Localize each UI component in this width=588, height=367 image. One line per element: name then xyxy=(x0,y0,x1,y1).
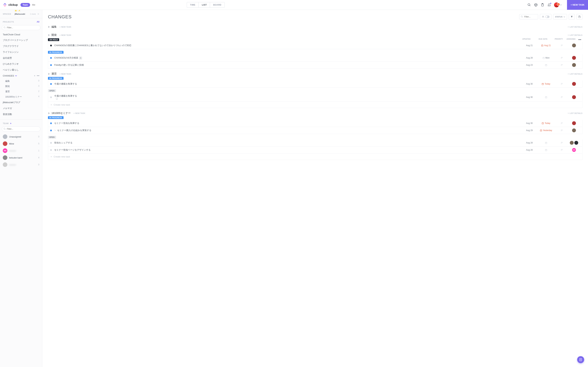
flag-icon[interactable] xyxy=(561,44,563,47)
assignee-cell[interactable] xyxy=(568,141,580,145)
assignee-avatar[interactable] xyxy=(572,43,576,47)
assignee-avatar[interactable] xyxy=(572,82,576,86)
star-badge[interactable]: ⭐ xyxy=(14,10,17,12)
list-group-header[interactable]: 181005セミナー+ NEW TASKLIST DETAILS xyxy=(48,110,582,116)
assignee-cell[interactable] xyxy=(568,82,580,86)
create-task-row[interactable]: +Create new task xyxy=(48,154,582,160)
due-cell[interactable] xyxy=(536,64,556,66)
project-item[interactable]: 会社経営 xyxy=(0,55,42,61)
list-details-button[interactable]: LIST DETAILS xyxy=(568,112,582,114)
assignee-cell[interactable] xyxy=(568,43,580,47)
assignee-avatar[interactable] xyxy=(572,63,576,67)
priority-cell[interactable] xyxy=(556,142,568,144)
assignee-cell[interactable] xyxy=(568,56,580,60)
status-square[interactable] xyxy=(50,96,52,98)
project-filter-input[interactable] xyxy=(2,25,40,30)
new-task-button[interactable]: + NEW TASK xyxy=(567,0,588,10)
priority-cell[interactable] xyxy=(556,44,568,47)
add-list-icon[interactable]: + xyxy=(34,74,35,77)
assignee-cell[interactable] xyxy=(568,128,580,132)
project-item[interactable]: jMatsuzakiブログ xyxy=(0,100,42,105)
task-row[interactable]: セミナー告知ページをデザインするAug 28HH xyxy=(48,146,582,154)
team-filter-input[interactable] xyxy=(2,126,40,131)
more-spaces[interactable]: 1 more xyxy=(30,13,36,15)
task-row[interactable]: Feedlyの使い方を記事に投稿Aug 23 xyxy=(48,61,582,69)
bell-icon[interactable] xyxy=(547,3,551,7)
new-task-inline[interactable]: + NEW TASK xyxy=(60,73,71,75)
status-filter-button[interactable]: STATUS xyxy=(553,14,567,20)
new-task-inline[interactable]: + NEW TASK xyxy=(60,26,71,28)
task-row[interactable]: ⤷セミナー購入の仕組みを実装するAug 29Yesterday xyxy=(48,127,582,134)
assignee-avatar[interactable] xyxy=(570,141,574,145)
assignee-cell[interactable] xyxy=(568,95,580,99)
team-pill[interactable]: Team xyxy=(20,3,30,7)
team-member[interactable]: keisuke kanri4 xyxy=(0,154,42,161)
flag-icon[interactable] xyxy=(561,142,563,144)
due-cell[interactable]: Yesterday xyxy=(536,129,556,132)
status-square[interactable] xyxy=(50,83,52,85)
all-projects-link[interactable]: All xyxy=(37,21,39,23)
priority-cell[interactable] xyxy=(556,129,568,132)
bolt-badge[interactable]: ⚡ xyxy=(18,10,21,12)
priority-cell[interactable] xyxy=(556,149,568,151)
assignee-avatar[interactable]: HH xyxy=(572,148,576,152)
task-row[interactable]: CHANGESの領収書にCHANGESと書かれてないので分かりづらいので対応Au… xyxy=(48,42,582,49)
due-cell[interactable]: Aug 21 xyxy=(536,44,556,47)
status-square[interactable] xyxy=(50,123,52,124)
priority-cell[interactable] xyxy=(556,122,568,125)
status-square[interactable] xyxy=(50,45,52,46)
add-team-button[interactable]: + xyxy=(10,122,11,125)
assignee-cell[interactable]: HH xyxy=(568,148,580,152)
priority-cell[interactable] xyxy=(556,83,568,85)
logo[interactable]: clickup xyxy=(3,3,18,7)
assignee-cell[interactable] xyxy=(568,121,580,125)
list-group-header[interactable]: 編集+ NEW TASKLIST DETAILS xyxy=(48,24,582,30)
due-cell[interactable]: Mon xyxy=(536,57,556,59)
project-item[interactable]: 音楽活動 xyxy=(0,111,42,117)
flag-icon[interactable] xyxy=(561,64,563,66)
flag-icon[interactable] xyxy=(561,129,563,132)
view-tab-list[interactable]: LIST xyxy=(199,2,210,8)
project-sublist[interactable]: 運営2 xyxy=(0,89,42,94)
project-item[interactable]: ベルリン暮らし xyxy=(0,67,42,73)
list-group-header[interactable]: 運営+ NEW TASKLIST DETAILS xyxy=(48,71,582,77)
user-menu[interactable]: J xyxy=(554,2,562,7)
quick-create-fab[interactable] xyxy=(577,356,584,363)
task-row[interactable]: 告知をシェアするAug 28 xyxy=(48,139,582,146)
due-cell[interactable] xyxy=(536,149,556,151)
collapse-icon[interactable] xyxy=(37,13,39,15)
task-row[interactable]: セミナー告知を執筆するAug 30Today xyxy=(48,120,582,127)
team-member[interactable]: HH———1 xyxy=(0,147,42,154)
new-task-inline[interactable]: + NEW TASK xyxy=(73,112,85,114)
save-view-button[interactable] xyxy=(576,14,582,20)
status-badge[interactable]: IN PROGRESS xyxy=(48,77,63,80)
priority-cell[interactable] xyxy=(556,64,568,66)
view-tab-board[interactable]: BOARD xyxy=(210,2,225,8)
due-cell[interactable] xyxy=(536,96,556,98)
assignee-avatar[interactable] xyxy=(572,128,576,132)
project-item[interactable]: ライフエンジン xyxy=(0,49,42,55)
project-sublist[interactable]: 開発3 xyxy=(0,84,42,89)
assignee-avatar[interactable] xyxy=(574,141,578,145)
flag-icon[interactable] xyxy=(561,83,563,85)
view-tab-time[interactable]: TIME xyxy=(187,2,199,8)
status-badge[interactable]: IN PROGRESS xyxy=(48,116,63,119)
project-sublist[interactable]: 181005セミナー4 xyxy=(0,94,42,100)
more-icon[interactable]: ••• xyxy=(37,74,39,77)
due-cell[interactable]: Today xyxy=(536,122,556,125)
priority-cell[interactable] xyxy=(556,96,568,98)
list-details-button[interactable]: LIST DETAILS xyxy=(568,34,582,36)
assignee-avatar[interactable] xyxy=(572,56,576,60)
status-badge[interactable]: OPEN xyxy=(48,136,56,139)
team-member[interactable]: Mine5 xyxy=(0,140,42,147)
project-item[interactable]: ひらめきラジオ xyxy=(0,61,42,67)
status-square[interactable] xyxy=(50,130,52,131)
assignee-avatar[interactable] xyxy=(572,121,576,125)
status-badge[interactable]: IN PROGRESS xyxy=(48,51,63,54)
due-cell[interactable] xyxy=(536,142,556,144)
create-task-row[interactable]: +Create new task xyxy=(48,102,582,108)
active-space-tab[interactable]: jMatsuzaki xyxy=(15,13,25,15)
box-icon[interactable] xyxy=(534,3,538,7)
task-row[interactable]: 今週の連載を執筆するAug 30 xyxy=(48,93,582,102)
status-square[interactable] xyxy=(50,64,52,66)
